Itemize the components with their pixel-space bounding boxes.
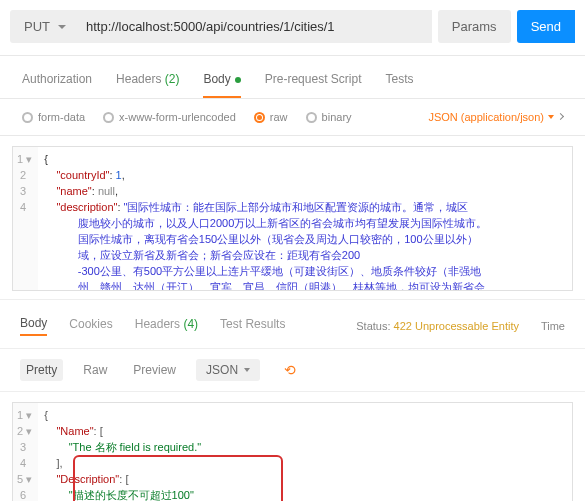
content-type-select[interactable]: JSON (application/json): [428, 111, 563, 123]
code-area[interactable]: { "countryId": 1, "name": null, "descrip…: [38, 147, 493, 290]
tab-body[interactable]: Body: [203, 66, 240, 98]
response-view-bar: Pretty Raw Preview JSON ⟲: [0, 348, 585, 392]
chevron-down-icon: [244, 368, 250, 372]
radio-urlencoded[interactable]: x-www-form-urlencoded: [103, 111, 236, 123]
radio-binary[interactable]: binary: [306, 111, 352, 123]
wrap-lines-icon[interactable]: ⟲: [284, 362, 296, 378]
format-select[interactable]: JSON: [196, 359, 260, 381]
line-gutter: 1 ▾ 2 3 4: [13, 147, 38, 290]
tab-headers[interactable]: Headers (2): [116, 66, 179, 98]
chevron-down-icon: [58, 25, 66, 29]
http-method-select[interactable]: PUT: [10, 10, 76, 43]
resp-tab-cookies[interactable]: Cookies: [69, 317, 112, 335]
url-input[interactable]: [76, 10, 432, 43]
params-button[interactable]: Params: [438, 10, 511, 43]
request-body-editor[interactable]: 1 ▾ 2 3 4 { "countryId": 1, "name": null…: [12, 146, 573, 291]
chevron-right-icon: [557, 113, 564, 120]
resp-tab-body[interactable]: Body: [20, 316, 47, 336]
resp-tab-test-results[interactable]: Test Results: [220, 317, 285, 335]
line-gutter: 1 ▾ 2 ▾ 3 4 5 ▾ 6 7 8: [13, 403, 38, 501]
view-preview[interactable]: Preview: [127, 359, 182, 381]
view-pretty[interactable]: Pretty: [20, 359, 63, 381]
response-tabs: Body Cookies Headers (4) Test Results St…: [0, 299, 585, 342]
tab-tests[interactable]: Tests: [385, 66, 413, 98]
resp-tab-headers[interactable]: Headers (4): [135, 317, 198, 335]
tab-prerequest[interactable]: Pre-request Script: [265, 66, 362, 98]
time-label: Time: [541, 320, 565, 332]
view-raw[interactable]: Raw: [77, 359, 113, 381]
tab-authorization[interactable]: Authorization: [22, 66, 92, 98]
radio-raw[interactable]: raw: [254, 111, 288, 123]
send-button[interactable]: Send: [517, 10, 575, 43]
radio-form-data[interactable]: form-data: [22, 111, 85, 123]
request-tabs: Authorization Headers (2) Body Pre-reque…: [0, 56, 585, 99]
status-code: 422 Unprocessable Entity: [394, 320, 519, 332]
chevron-down-icon: [548, 115, 554, 119]
response-body-editor[interactable]: 1 ▾ 2 ▾ 3 4 5 ▾ 6 7 8 { "Name": [ "The 名…: [12, 402, 573, 501]
modified-dot-icon: [235, 77, 241, 83]
body-type-selector: form-data x-www-form-urlencoded raw bina…: [0, 99, 585, 136]
status-label: Status: 422 Unprocessable Entity: [356, 320, 519, 332]
code-area: { "Name": [ "The 名称 field is required." …: [38, 403, 530, 501]
